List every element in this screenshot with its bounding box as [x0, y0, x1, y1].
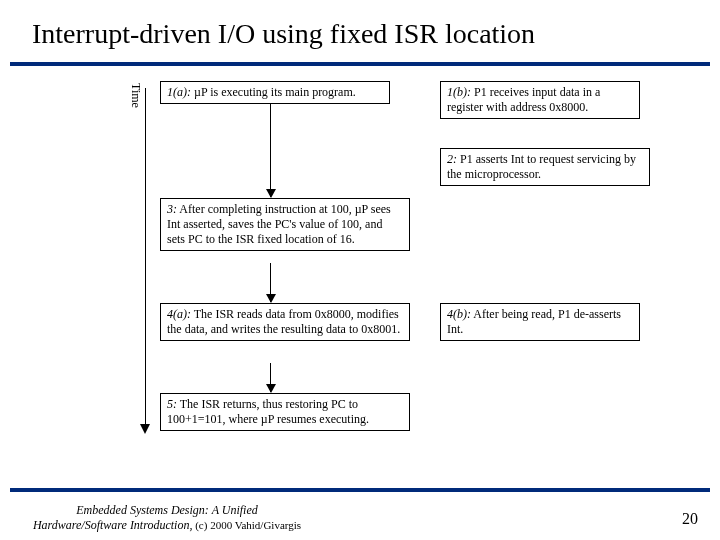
step-3-lead: 3:	[167, 202, 177, 216]
step-1b-lead: 1(b):	[447, 85, 471, 99]
step-1a-lead: 1(a):	[167, 85, 191, 99]
footer-line2: Hardware/Software Introduction,	[33, 518, 193, 532]
step-2-text: P1 asserts Int to request servicing by t…	[447, 152, 636, 181]
arrow-1a-to-3	[270, 103, 271, 197]
page-number: 20	[682, 510, 698, 532]
step-5-text: The ISR returns, thus restoring PC to 10…	[167, 397, 369, 426]
time-axis-label: Time	[128, 83, 143, 108]
step-4b-lead: 4(b):	[447, 307, 471, 321]
arrow-3-to-4a	[270, 263, 271, 302]
time-axis-line	[145, 88, 146, 428]
step-5-lead: 5:	[167, 397, 177, 411]
step-5-box: 5: The ISR returns, thus restoring PC to…	[160, 393, 410, 431]
step-4b-text: After being read, P1 de-asserts Int.	[447, 307, 621, 336]
divider-top	[10, 62, 710, 66]
step-2-box: 2: P1 asserts Int to request servicing b…	[440, 148, 650, 186]
divider-bottom	[10, 488, 710, 492]
step-1a-text: µP is executing its main program.	[191, 85, 356, 99]
footer: Embedded Systems Design: A Unified Hardw…	[0, 503, 720, 532]
step-4a-box: 4(a): The ISR reads data from 0x8000, mo…	[160, 303, 410, 341]
footer-copyright: (c) 2000 Vahid/Givargis	[192, 519, 301, 531]
step-3-box: 3: After completing instruction at 100, …	[160, 198, 410, 251]
step-4b-box: 4(b): After being read, P1 de-asserts In…	[440, 303, 640, 341]
step-1b-box: 1(b): P1 receives input data in a regist…	[440, 81, 640, 119]
footer-line1: Embedded Systems Design: A Unified	[76, 503, 258, 517]
step-1a-box: 1(a): µP is executing its main program.	[160, 81, 390, 104]
page-title: Interrupt-driven I/O using fixed ISR loc…	[0, 0, 720, 62]
step-4a-lead: 4(a):	[167, 307, 191, 321]
step-2-lead: 2:	[447, 152, 457, 166]
arrow-4a-to-5	[270, 363, 271, 392]
footer-citation: Embedded Systems Design: A Unified Hardw…	[22, 503, 312, 532]
step-4a-text: The ISR reads data from 0x8000, modifies…	[167, 307, 400, 336]
diagram-area: Time 1(a): µP is executing its main prog…	[10, 78, 710, 448]
step-3-text: After completing instruction at 100, µP …	[167, 202, 391, 246]
time-axis-arrowhead	[140, 424, 150, 434]
